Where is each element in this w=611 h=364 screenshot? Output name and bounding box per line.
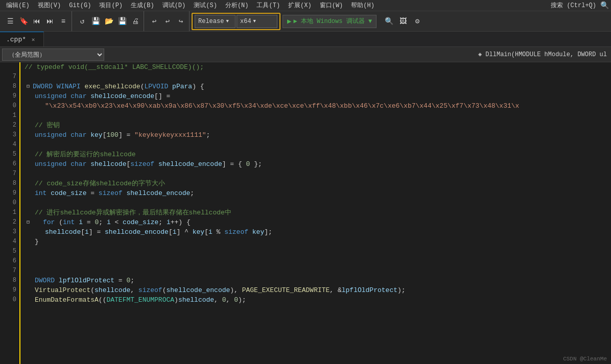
x64-label: x64 <box>240 18 251 25</box>
line-num: 2 <box>0 120 19 130</box>
toolbar-right: 🔍 🖼 ⚙ <box>383 15 424 28</box>
code-line <box>25 140 607 150</box>
bookmark-btn[interactable]: 🔖 <box>17 15 30 28</box>
menu-item-edit[interactable]: 编辑(E) <box>2 0 34 11</box>
line-num: 1 <box>0 208 19 217</box>
play-icon: ▶ <box>287 17 291 26</box>
line-num: 0 <box>0 101 19 111</box>
code-line <box>25 198 607 208</box>
line-num <box>0 62 19 72</box>
code-line: EnumDateFormatsA (( DATEFMT_ENUMPROCA ) … <box>25 295 607 305</box>
code-line: // 解密后的要运行的shellcode <box>25 150 607 159</box>
line-num: 0 <box>0 295 19 305</box>
line-numbers: 7 8 9 0 1 2 3 4 5 6 7 8 9 0 1 2 3 4 5 6 … <box>0 62 20 364</box>
line-num: 9 <box>0 188 19 198</box>
code-line: ⊟ for ( int i = 0 ; i < code_size ; i ++… <box>25 217 607 227</box>
code-line <box>25 256 607 266</box>
line-num: 3 <box>0 227 19 237</box>
code-line: unsigned char shellcode_encode [] = <box>25 91 607 101</box>
image-btn[interactable]: 🖼 <box>397 15 409 28</box>
line-num: 5 <box>0 150 19 159</box>
step-back-btn[interactable]: ⏮ <box>31 15 43 28</box>
collapse-icon[interactable]: ⊟ <box>25 83 32 90</box>
code-line: } <box>25 237 607 247</box>
code-line: DWORD lpflOldProtect = 0 ; <box>25 276 607 285</box>
scope-dropdown[interactable]: （全局范围） <box>2 48 104 61</box>
menu-item-test[interactable]: 测试(S) <box>190 0 221 11</box>
search-placeholder: 搜索 (Ctrl+Q) <box>551 1 596 10</box>
menu-item-window[interactable]: 窗口(W) <box>316 0 347 11</box>
line-num: 9 <box>0 91 19 101</box>
code-area: 7 8 9 0 1 2 3 4 5 6 7 8 9 0 1 2 3 4 5 6 … <box>0 62 611 364</box>
list-btn[interactable]: ≡ <box>57 15 69 28</box>
code-line <box>25 72 607 82</box>
refresh-btn[interactable]: ↺ <box>76 15 88 28</box>
line-num: 4 <box>0 237 19 247</box>
code-line: // code_size存储shellcode的字节大小 <box>25 179 607 188</box>
folder-btn[interactable]: 📂 <box>103 15 115 28</box>
indent-left-btn[interactable]: ☰ <box>4 15 16 28</box>
line-num: 9 <box>0 285 19 295</box>
line-num: 5 <box>0 247 19 256</box>
print-btn[interactable]: 🖨 <box>129 15 142 28</box>
menu-item-git[interactable]: Git(G) <box>65 1 95 10</box>
toolbar-group-3: ↩ ↩ ↪ <box>146 11 190 31</box>
line-num: 2 <box>0 217 19 227</box>
watermark: CSDN @CleanMe <box>563 356 607 362</box>
menu-item-analyze[interactable]: 分析(N) <box>221 0 253 11</box>
editor: 7 8 9 0 1 2 3 4 5 6 7 8 9 0 1 2 3 4 5 6 … <box>0 62 611 364</box>
release-chevron-icon: ▼ <box>226 19 228 24</box>
code-line: ⊟ DWORD WINAPI exec_shellcode ( LPVOID p… <box>25 82 607 91</box>
step-fwd-btn[interactable]: ⏭ <box>44 15 56 28</box>
code-line: // 密钥 <box>25 120 607 130</box>
code-line: shellcode [ i ] = shellcode_encode [ i ]… <box>25 227 607 237</box>
save-as-btn[interactable]: 💾 <box>116 15 128 28</box>
tab-bar: .cpp* ✕ <box>0 32 611 47</box>
menu-item-tools[interactable]: 工具(T) <box>252 0 284 11</box>
config-dropdown-group: Release ▼ x64 ▼ <box>192 13 280 30</box>
menu-item-build[interactable]: 生成(B) <box>127 0 158 11</box>
code-line: // typedef void(__stdcall* LABC_SHELLCOD… <box>25 62 607 72</box>
line-num: 8 <box>0 179 19 188</box>
release-dropdown[interactable]: Release ▼ <box>195 15 236 28</box>
spy-btn[interactable]: 🔍 <box>383 15 395 28</box>
line-num: 7 <box>0 266 19 276</box>
menu-item-project[interactable]: 项目(P) <box>95 0 127 11</box>
redo-btn[interactable]: ↪ <box>175 15 187 28</box>
tab-close-icon[interactable]: ✕ <box>29 35 37 43</box>
run-debugger-button[interactable]: ▶ ▶ 本地 Windows 调试器 ▼ <box>283 15 377 28</box>
toolbar-group-2: ↺ 💾 📂 💾 🖨 <box>74 11 144 31</box>
undo-btn[interactable]: ↩ <box>148 15 160 28</box>
toolbar: ☰ 🔖 ⏮ ⏭ ≡ ↺ 💾 📂 💾 🖨 ↩ ↩ ↪ Release ▼ x64 … <box>0 11 611 32</box>
function-text: ◈ DllMain(HMODULE hModule, DWORD ul <box>478 51 607 58</box>
collapse-icon-for[interactable]: ⊟ <box>25 219 32 226</box>
menu-item-view[interactable]: 视图(V) <box>34 0 65 11</box>
line-num: 8 <box>0 276 19 285</box>
menu-item-debug[interactable]: 调试(D) <box>158 0 190 11</box>
code-line: int code_size = sizeof shellcode_encode … <box>25 188 607 198</box>
search-box[interactable]: 搜索 (Ctrl+Q) 🔍 <box>551 1 609 10</box>
save-btn[interactable]: 💾 <box>89 15 102 28</box>
undo-arrow-btn[interactable]: ↩ <box>161 15 174 28</box>
code-line: VirtualProtect ( shellcode , sizeof ( sh… <box>25 285 607 295</box>
tab-cpp[interactable]: .cpp* ✕ <box>0 32 44 46</box>
menu-item-extend[interactable]: 扩展(X) <box>284 0 316 11</box>
scope-bar: （全局范围） ◈ DllMain(HMODULE hModule, DWORD … <box>0 47 611 62</box>
code-line: unsigned char key [ 100 ] = "keykeykeyxx… <box>25 130 607 140</box>
code-line <box>25 266 607 276</box>
x64-chevron-icon: ▼ <box>253 19 256 24</box>
extra-btn[interactable]: ⚙ <box>411 15 424 28</box>
search-icon[interactable]: 🔍 <box>600 1 609 10</box>
code-line <box>25 111 607 120</box>
code-line <box>25 247 607 256</box>
code-line: "\x23\x54\xb0\x23\xe4\x90\xab\x9a\x86\x8… <box>25 101 607 111</box>
menu-item-help[interactable]: 帮助(H) <box>347 0 379 11</box>
code-line: unsigned char shellcode [ sizeof shellco… <box>25 159 607 169</box>
x64-dropdown[interactable]: x64 ▼ <box>237 15 277 28</box>
code-line: // 进行shellcode异或解密操作，最后结果存储在shellcode中 <box>25 208 607 217</box>
line-num: 8 <box>0 82 19 91</box>
code-content[interactable]: // typedef void(__stdcall* LABC_SHELLCOD… <box>20 62 611 364</box>
line-num: 6 <box>0 159 19 169</box>
line-num: 6 <box>0 256 19 266</box>
debugger-label: ▶ 本地 Windows 调试器 ▼ <box>293 17 372 26</box>
